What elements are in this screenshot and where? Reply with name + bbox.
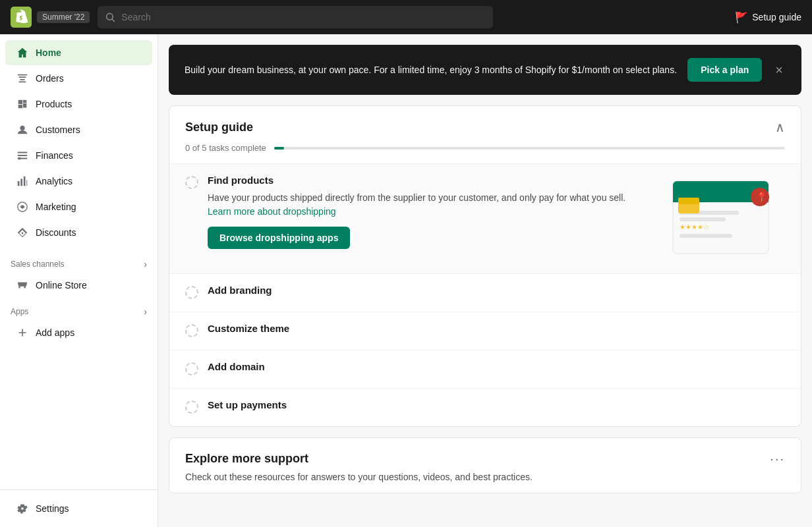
sidebar-label-discounts: Discounts: [36, 227, 76, 238]
sales-channels-chevron[interactable]: ›: [144, 259, 147, 269]
search-icon: [105, 12, 116, 22]
logo-area: Summer '22: [11, 7, 90, 28]
progress-bar: [274, 147, 785, 150]
marketing-icon: [16, 200, 29, 213]
task-customize-theme[interactable]: Customize theme: [169, 312, 801, 350]
svg-rect-3: [18, 181, 20, 186]
sidebar-item-products[interactable]: Products: [5, 92, 152, 117]
pick-plan-button[interactable]: Pick a plan: [687, 58, 762, 82]
setup-guide-label: Setup guide: [752, 12, 801, 22]
svg-point-1: [20, 126, 24, 130]
browse-dropshipping-button[interactable]: Browse dropshipping apps: [208, 227, 350, 249]
apps-section: Apps ›: [0, 298, 158, 319]
svg-text:📍: 📍: [756, 192, 768, 203]
task-title-customize-theme: Customize theme: [208, 323, 785, 334]
svg-rect-15: [680, 234, 732, 238]
main-content: Build your dream business, at your own p…: [158, 34, 812, 527]
sidebar: Home Orders Products Cu: [0, 34, 158, 527]
sidebar-item-marketing[interactable]: Marketing: [5, 194, 152, 219]
sidebar-item-discounts[interactable]: Discounts: [5, 220, 152, 245]
sidebar-label-add-apps: Add apps: [36, 327, 74, 338]
task-title-add-branding: Add branding: [208, 285, 785, 296]
task-circle-customize-theme: [185, 324, 198, 337]
task-content-set-up-payments: Set up payments: [208, 399, 785, 416]
sidebar-label-orders: Orders: [36, 73, 64, 84]
sidebar-label-online-store: Online Store: [36, 280, 87, 291]
search-input[interactable]: [121, 12, 485, 22]
sidebar-label-products: Products: [36, 99, 72, 109]
settings-icon: [16, 502, 29, 515]
sidebar-item-finances[interactable]: Finances: [5, 143, 152, 168]
sidebar-item-analytics[interactable]: Analytics: [5, 169, 152, 194]
dropshipping-link[interactable]: Learn more about dropshipping: [208, 206, 336, 217]
task-add-branding[interactable]: Add branding: [169, 273, 801, 312]
task-find-products[interactable]: Find products Have your products shipped…: [169, 163, 801, 273]
svg-rect-4: [20, 179, 22, 186]
task-content-customize-theme: Customize theme: [208, 323, 785, 339]
store-badge: Summer '22: [37, 11, 90, 23]
discounts-icon: [16, 226, 29, 239]
dropshipping-illustration: ★★★★☆ 📍: [653, 175, 778, 260]
task-content-add-branding: Add branding: [208, 285, 785, 301]
task-set-up-payments[interactable]: Set up payments: [169, 388, 801, 426]
topbar-right: 🚩 Setup guide: [735, 11, 801, 24]
task-desc-find-products: Have your products shipped directly from…: [208, 191, 637, 219]
home-icon: [16, 46, 29, 59]
search-bar: [98, 6, 493, 28]
task-content-add-domain: Add domain: [208, 361, 785, 377]
svg-rect-6: [26, 180, 27, 186]
banner-text: Build your dream business, at your own p…: [185, 63, 677, 77]
layout: Home Orders Products Cu: [0, 34, 812, 527]
task-content-find-products: Find products Have your products shipped…: [208, 175, 637, 249]
sidebar-item-home[interactable]: Home: [5, 40, 152, 65]
task-circle-set-up-payments: [185, 401, 198, 414]
analytics-icon: [16, 175, 29, 188]
sidebar-item-online-store[interactable]: Online Store: [5, 273, 152, 298]
sidebar-item-add-apps[interactable]: Add apps: [5, 320, 152, 345]
apps-chevron[interactable]: ›: [144, 306, 147, 317]
task-illustration: ★★★★☆ 📍: [653, 175, 785, 263]
sidebar-label-finances: Finances: [36, 150, 73, 161]
orders-icon: [16, 72, 29, 85]
setup-guide-collapse-button[interactable]: ∧: [775, 119, 785, 135]
sidebar-label-customers: Customers: [36, 125, 80, 135]
sidebar-item-orders[interactable]: Orders: [5, 66, 152, 91]
support-desc: Check out these resources for answers to…: [169, 472, 801, 493]
customers-icon: [16, 123, 29, 136]
sales-channels-section: Sales channels ›: [0, 251, 158, 272]
sidebar-label-marketing: Marketing: [36, 202, 76, 212]
progress-bar-fill: [274, 147, 285, 150]
banner-close-button[interactable]: ×: [772, 63, 786, 78]
support-header: Explore more support ···: [169, 438, 801, 472]
settings-section: Settings: [0, 489, 158, 527]
shopify-logo: [11, 7, 32, 28]
sidebar-label-home: Home: [36, 47, 61, 58]
task-add-domain[interactable]: Add domain: [169, 350, 801, 388]
promotional-banner: Build your dream business, at your own p…: [169, 45, 801, 95]
plus-icon: [16, 326, 29, 339]
setup-guide-button[interactable]: 🚩 Setup guide: [735, 11, 801, 24]
svg-text:★★★★☆: ★★★★☆: [680, 223, 709, 231]
setup-guide-title: Setup guide: [185, 121, 253, 134]
task-title-add-domain: Add domain: [208, 361, 785, 372]
sidebar-item-settings[interactable]: Settings: [5, 496, 152, 521]
svg-rect-2: [18, 157, 21, 160]
support-menu-button[interactable]: ···: [770, 451, 785, 466]
task-circle-find-products: [185, 176, 198, 189]
explore-support-card: Explore more support ··· Check out these…: [169, 437, 801, 493]
products-icon: [16, 97, 29, 111]
sidebar-item-customers[interactable]: Customers: [5, 117, 152, 142]
progress-row: 0 of 5 tasks complete: [169, 143, 801, 163]
setup-guide-header: Setup guide ∧: [169, 106, 801, 143]
task-title-set-up-payments: Set up payments: [208, 399, 785, 410]
store-icon: [16, 279, 29, 292]
svg-rect-5: [24, 177, 26, 186]
svg-point-8: [22, 233, 24, 235]
progress-text: 0 of 5 tasks complete: [185, 143, 266, 153]
sidebar-label-analytics: Analytics: [36, 176, 72, 186]
task-circle-add-domain: [185, 362, 198, 375]
finances-icon: [16, 149, 29, 162]
svg-rect-18: [686, 198, 691, 204]
task-circle-add-branding: [185, 286, 198, 299]
support-title: Explore more support: [185, 452, 308, 466]
